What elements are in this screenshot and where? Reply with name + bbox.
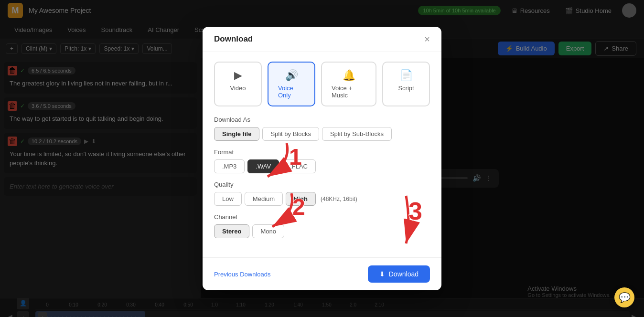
channel-label: Channel [214, 213, 430, 221]
previous-downloads-link[interactable]: Previous Downloads [214, 271, 271, 278]
voice-only-icon: 🔊 [285, 69, 298, 82]
video-type-icon: ▶ [234, 69, 242, 82]
voice-only-label: Voice Only [278, 85, 305, 99]
voice-music-label: Voice + Music [332, 85, 366, 99]
format-section: Format .MP3 .WAV .FLAC [214, 148, 430, 173]
script-label: Script [398, 85, 414, 92]
download-type-video[interactable]: ▶ Video [214, 62, 262, 106]
download-type-selector: ▶ Video 🔊 Voice Only 🔔 Voice + Music 📄 S… [214, 62, 430, 106]
download-type-voice-only[interactable]: 🔊 Voice Only [268, 62, 315, 106]
channel-section: Channel Stereo Mono [214, 213, 430, 238]
flac-button[interactable]: .FLAC [282, 159, 316, 173]
modal-overlay[interactable]: Download × ▶ Video 🔊 Voice Only 🔔 Voice … [0, 0, 644, 317]
modal-body: ▶ Video 🔊 Voice Only 🔔 Voice + Music 📄 S… [203, 52, 441, 255]
split-by-blocks-button[interactable]: Split by Blocks [262, 127, 319, 141]
download-type-voice-music[interactable]: 🔔 Voice + Music [321, 62, 376, 106]
script-icon: 📄 [400, 69, 413, 82]
download-as-options: Single file Split by Blocks Split by Sub… [214, 127, 430, 141]
quality-options: Low Medium High (48KHz, 16bit) [214, 192, 430, 206]
split-by-sub-blocks-button[interactable]: Split by Sub-Blocks [322, 127, 392, 141]
mp3-button[interactable]: .MP3 [214, 159, 245, 173]
channel-options: Stereo Mono [214, 224, 430, 238]
format-label: Format [214, 148, 430, 156]
modal-title: Download [214, 34, 253, 44]
wav-button[interactable]: .WAV [247, 159, 279, 173]
download-modal: Download × ▶ Video 🔊 Voice Only 🔔 Voice … [203, 27, 441, 290]
modal-close-button[interactable]: × [424, 34, 430, 44]
download-icon: ⬇ [379, 270, 385, 278]
quality-info: (48KHz, 16bit) [321, 196, 357, 202]
high-quality-button[interactable]: High [286, 192, 316, 206]
stereo-button[interactable]: Stereo [214, 224, 249, 238]
format-options: .MP3 .WAV .FLAC [214, 159, 430, 173]
video-type-label: Video [230, 85, 246, 92]
voice-music-icon: 🔔 [343, 69, 355, 82]
download-as-section: Download As Single file Split by Blocks … [214, 116, 430, 141]
chat-bubble-button[interactable]: 💬 [614, 287, 634, 307]
low-quality-button[interactable]: Low [214, 192, 242, 206]
modal-header: Download × [203, 27, 441, 52]
quality-label: Quality [214, 181, 430, 188]
mono-button[interactable]: Mono [252, 224, 284, 238]
download-button[interactable]: ⬇ Download [368, 265, 430, 283]
download-as-label: Download As [214, 116, 430, 123]
quality-section: Quality Low Medium High (48KHz, 16bit) [214, 181, 430, 206]
medium-quality-button[interactable]: Medium [245, 192, 283, 206]
modal-footer: Previous Downloads ⬇ Download [203, 257, 441, 290]
download-type-script[interactable]: 📄 Script [382, 62, 430, 106]
single-file-button[interactable]: Single file [214, 127, 259, 141]
